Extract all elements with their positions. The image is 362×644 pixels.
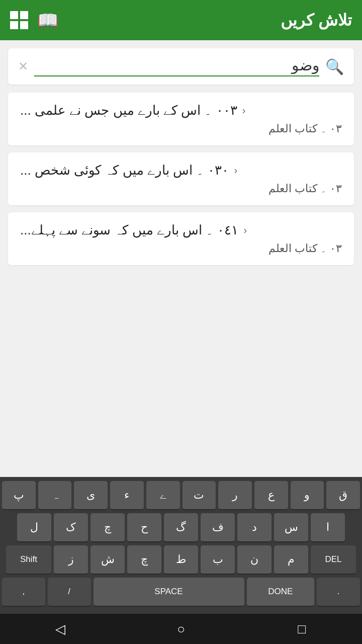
slash-key[interactable]: / [48,578,91,607]
period-key[interactable]: . [317,578,360,607]
search-input-wrap [34,56,319,76]
result-card-1[interactable]: ‹ ۰۰۳ ۔ اس کے بارے میں جس نے علمی ... ۰۳… [8,93,354,145]
app-header: 📖 تلاش کریں [0,0,362,40]
result-subtitle-2: ۰۳ ۔ کتاب العلم [20,182,342,195]
bottom-nav: ◁ ○ □ [0,614,362,644]
clear-icon[interactable]: ✕ [18,59,28,73]
key-tah[interactable]: ط [164,545,198,575]
key-sin[interactable]: س [274,513,308,542]
done-key[interactable]: DONE [247,578,315,607]
key-ha2[interactable]: ح [127,513,161,542]
header-left-icons: 📖 [10,10,58,30]
key-hamza[interactable]: ء [110,481,144,510]
key-mim[interactable]: م [274,545,308,575]
key-waw[interactable]: و [291,481,324,510]
result-subtitle-3: ۰۳ ۔ کتاب العلم [20,242,342,255]
comma-key[interactable]: , [2,578,45,607]
result-arrow-1: ‹ [242,105,246,116]
keyboard-row-3: Shift ز ش چ ط ب ن م DEL [2,545,360,575]
del-key[interactable]: DEL [311,545,356,575]
key-p[interactable]: پ [2,481,36,510]
key-y[interactable]: ی [74,481,108,510]
result-title-2: ‹ ۰۳۰ ۔ اس بارے میں کہ کوئی شخص ... [20,163,342,178]
shift-key[interactable]: Shift [6,545,51,575]
result-title-1: ‹ ۰۰۳ ۔ اس کے بارے میں جس نے علمی ... [20,103,342,118]
header-title: تلاش کریں [281,11,352,30]
result-arrow-2: ‹ [234,165,237,176]
result-subtitle-1: ۰۳ ۔ کتاب العلم [20,122,342,135]
search-box: ✕ 🔍 [8,48,354,85]
key-ain[interactable]: ع [254,481,288,510]
key-ba[interactable]: ب [201,545,235,575]
key-alef[interactable]: ا [311,513,345,542]
result-title-3: ‹ ۰٤۱ ۔ اس بارے میں کہ سونے سے پہلے... [20,222,342,238]
space-key[interactable]: SPACE [94,578,244,607]
key-nun[interactable]: ن [237,545,272,575]
keyboard-row-4: , / SPACE DONE . [2,578,360,607]
result-card-3[interactable]: ‹ ۰٤۱ ۔ اس بارے میں کہ سونے سے پہلے... ۰… [8,212,354,265]
keyboard-row-1: پ ہ ی ء ے ت ر ع و ق [2,481,360,510]
key-ye[interactable]: ے [146,481,180,510]
result-arrow-3: ‹ [243,224,247,236]
key-r[interactable]: ر [218,481,252,510]
home-button[interactable]: ○ [166,619,196,639]
keyboard: پ ہ ی ء ے ت ر ع و ق ل ک چ ح گ ف د س ا Sh… [0,477,362,614]
key-che[interactable]: چ [90,513,125,542]
key-gaf[interactable]: گ [164,513,198,542]
search-icon: 🔍 [325,58,344,75]
search-input[interactable] [34,56,319,76]
book-icon[interactable]: 📖 [37,10,58,30]
key-shin[interactable]: ش [90,545,125,575]
key-fah[interactable]: ف [201,513,235,542]
results-list: ‹ ۰۰۳ ۔ اس کے بارے میں جس نے علمی ... ۰۳… [0,93,362,265]
key-dal[interactable]: د [237,513,272,542]
recent-button[interactable]: □ [287,619,317,639]
key-ha[interactable]: ہ [38,481,72,510]
key-qaf[interactable]: ق [326,481,360,510]
result-card-2[interactable]: ‹ ۰۳۰ ۔ اس بارے میں کہ کوئی شخص ... ۰۳ ۔… [8,152,354,205]
back-button[interactable]: ◁ [45,619,75,639]
keyboard-row-2: ل ک چ ح گ ف د س ا [2,513,360,542]
grid-icon[interactable] [10,11,28,29]
key-lam[interactable]: ل [17,513,51,542]
key-chay[interactable]: چ [127,545,161,575]
key-zay[interactable]: ز [54,545,88,575]
key-kaf[interactable]: ک [54,513,88,542]
key-t[interactable]: ت [183,481,216,510]
